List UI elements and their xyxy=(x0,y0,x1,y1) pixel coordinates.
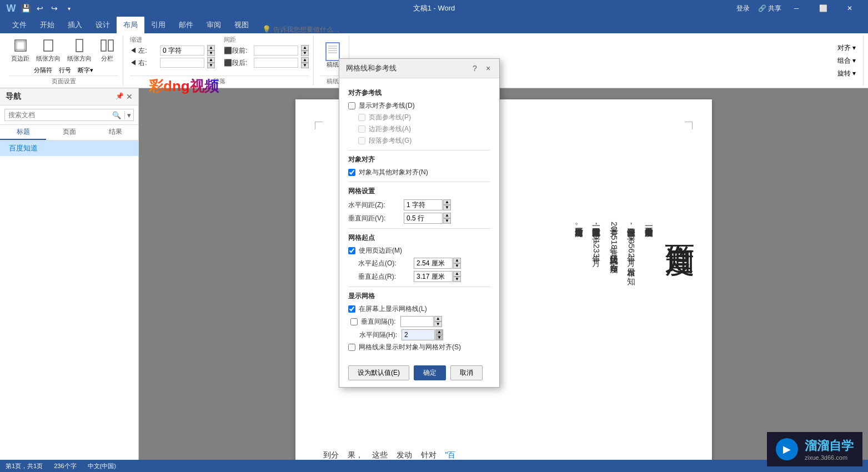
tab-reference[interactable]: 引用 xyxy=(144,17,172,33)
show-guides-checkbox[interactable] xyxy=(348,102,355,109)
nav-tab-headings[interactable]: 标题 xyxy=(0,125,46,140)
page-guides-checkbox[interactable] xyxy=(358,114,365,121)
hyphenation-label: 断字▾ xyxy=(78,66,93,74)
undo-icon[interactable]: ↩ xyxy=(34,3,46,14)
v-interval-spin[interactable]: ▲▼ xyxy=(434,316,442,327)
indent-left-input[interactable] xyxy=(160,46,204,56)
tab-review[interactable]: 审阅 xyxy=(200,17,228,33)
set-default-btn[interactable]: 设为默认值(E) xyxy=(348,365,409,380)
margins-btn[interactable]: 页边距 xyxy=(9,36,32,64)
size-btn[interactable]: 纸张方向 xyxy=(65,36,94,64)
indent-left-spin[interactable]: ▲▼ xyxy=(207,45,215,56)
v-origin-spin[interactable]: ▲▼ xyxy=(453,271,461,282)
ribbon-search-input[interactable] xyxy=(273,26,384,33)
customize-icon[interactable]: ▾ xyxy=(63,3,74,14)
show-when-hidden-checkbox[interactable] xyxy=(348,344,355,351)
tab-view[interactable]: 视图 xyxy=(228,17,255,33)
tab-design[interactable]: 设计 xyxy=(89,17,117,33)
align-btn[interactable]: 对齐 ▾ xyxy=(835,42,858,54)
h-origin-spin[interactable]: ▲▼ xyxy=(453,258,461,269)
tab-layout[interactable]: 布局 xyxy=(117,17,144,33)
spacing-after-label: ⬛段后: xyxy=(224,58,252,68)
nav-close-icon[interactable]: ✕ xyxy=(126,92,133,101)
svg-rect-9 xyxy=(326,43,339,61)
use-margin-checkbox[interactable] xyxy=(348,247,355,254)
dialog-help-btn[interactable]: ? xyxy=(470,64,479,73)
h-spacing-spin[interactable]: ▲▼ xyxy=(443,199,451,210)
v-spacing-input[interactable] xyxy=(404,213,443,224)
minimize-btn[interactable]: ─ xyxy=(784,0,809,17)
v-spacing-spin[interactable]: ▲▼ xyxy=(443,213,451,224)
spacing-before-input[interactable] xyxy=(254,46,298,56)
bottom-logo: ▶ 溜溜自学 zixue.3d66.com xyxy=(767,432,862,466)
tab-insert[interactable]: 插入 xyxy=(61,17,89,33)
align-to-obj-checkbox[interactable] xyxy=(348,169,355,176)
doc-content-area: 百度知道 百度知道是一个基于搜索的 识问答分享平台，于2005年6月21日发布，… xyxy=(572,222,695,270)
h-interval-spin[interactable]: ▲▼ xyxy=(435,329,443,340)
line-numbers-btn[interactable]: 行号 xyxy=(57,65,73,76)
show-guides-label: 显示对齐参考线(D) xyxy=(359,101,415,111)
nav-pin-icon[interactable]: 📌 xyxy=(116,92,124,101)
v-origin-input[interactable] xyxy=(414,271,453,282)
bottom-text-2: 果， xyxy=(348,450,363,460)
orientation-btn[interactable]: 纸张方向 xyxy=(34,36,63,64)
logo-main-text: 溜溜自学 xyxy=(805,438,854,454)
spacing-after-spin[interactable]: ▲▼ xyxy=(301,57,309,68)
para-guides-checkbox[interactable] xyxy=(358,137,365,144)
margin-guides-checkbox[interactable] xyxy=(358,125,365,133)
indent-right-spin[interactable]: ▲▼ xyxy=(207,57,215,68)
rotate-btn[interactable]: 旋转 ▾ xyxy=(835,68,858,79)
tab-mail[interactable]: 邮件 xyxy=(172,17,200,33)
page-setup-buttons: 页边距 纸张方向 纸张方向 xyxy=(9,36,118,64)
bottom-text-5: 针对 xyxy=(421,450,436,460)
margins-icon xyxy=(12,37,29,54)
show-on-screen-checkbox[interactable] xyxy=(348,305,355,313)
nav-panel-title: 导航 xyxy=(6,92,21,102)
tab-file[interactable]: 文件 xyxy=(6,17,33,33)
tab-home[interactable]: 开始 xyxy=(33,17,61,33)
hyphenation-btn[interactable]: 断字▾ xyxy=(76,65,96,76)
h-origin-input[interactable] xyxy=(414,258,453,269)
columns-btn[interactable]: 分栏 xyxy=(96,36,118,64)
logo-text-area: 溜溜自学 zixue.3d66.com xyxy=(805,438,854,461)
v-interval-input[interactable] xyxy=(400,316,434,327)
ribbon-group-page-setup: 页边距 纸张方向 纸张方向 xyxy=(4,36,123,86)
dialog-title-bar: 网格线和参考线 ? × xyxy=(339,59,499,78)
save-icon[interactable]: 💾 xyxy=(20,3,31,14)
use-margin-row: 使用页边距(M) xyxy=(348,246,490,255)
page-guides-row: 页面参考线(P) xyxy=(358,113,490,122)
divider-4 xyxy=(348,287,490,287)
breaks-btn[interactable]: 分隔符 xyxy=(32,65,54,76)
nav-search-dropdown[interactable]: ▾ xyxy=(124,111,133,119)
nav-search-icon[interactable]: 🔍 xyxy=(109,111,124,119)
v-origin-label: 垂直起点(R): xyxy=(358,272,414,282)
group-btn[interactable]: 组合 ▾ xyxy=(835,55,858,67)
spacing-before-spin[interactable]: ▲▼ xyxy=(301,45,309,56)
indent-right-input[interactable] xyxy=(160,58,204,68)
nav-tab-results[interactable]: 结果 xyxy=(92,125,138,140)
svg-rect-6 xyxy=(76,39,83,52)
restore-btn[interactable]: ⬜ xyxy=(810,0,836,17)
doc-col-5: 日发布百度知道台湾版。 xyxy=(572,222,586,270)
spacing-after-input[interactable] xyxy=(254,58,298,68)
indent-left-label: ◀ 左: xyxy=(130,46,158,56)
window-controls: 登录 🔗 共享 ─ ⬜ ✕ xyxy=(730,0,862,17)
share-btn[interactable]: 🔗 共享 xyxy=(757,0,782,17)
h-spacing-input[interactable] xyxy=(404,199,443,210)
dialog-close-icon[interactable]: × xyxy=(484,64,493,73)
redo-icon[interactable]: ↪ xyxy=(49,3,60,14)
grid-dialog: 网格线和参考线 ? × 对齐参考线 显示对齐参考线(D) 页面参考线(P) 边距… xyxy=(339,58,500,388)
v-interval-checkbox[interactable] xyxy=(350,318,358,325)
nav-panel: 导航 📌 ✕ 🔍 ▾ 标题 页面 结果 百度知道 xyxy=(0,88,139,472)
h-interval-input[interactable] xyxy=(402,329,435,340)
grid-origin-section-title: 网格起点 xyxy=(348,233,490,243)
confirm-btn[interactable]: 确定 xyxy=(414,365,446,380)
align-guides-section-title: 对齐参考线 xyxy=(348,88,490,98)
nav-item-baidu[interactable]: 百度知道 xyxy=(0,140,138,156)
cancel-btn[interactable]: 取消 xyxy=(450,365,483,380)
nav-tab-pages[interactable]: 页面 xyxy=(46,125,92,140)
v-spacing-label: 垂直间距(V): xyxy=(348,214,404,223)
nav-search-input[interactable] xyxy=(5,109,109,120)
close-btn[interactable]: ✕ xyxy=(837,0,862,17)
login-btn[interactable]: 登录 xyxy=(730,0,756,17)
